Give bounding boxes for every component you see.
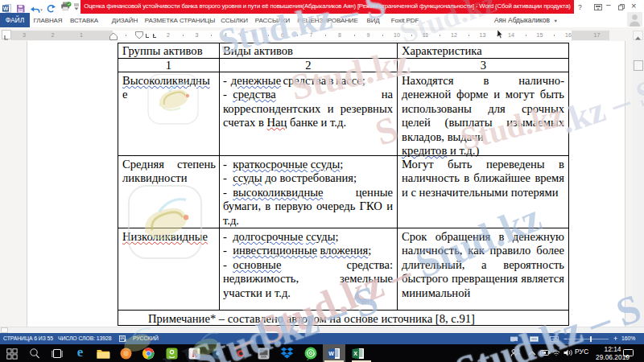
svg-text:W: W xyxy=(3,6,9,11)
svg-text:W: W xyxy=(328,351,334,356)
svg-text:X: X xyxy=(353,351,357,356)
